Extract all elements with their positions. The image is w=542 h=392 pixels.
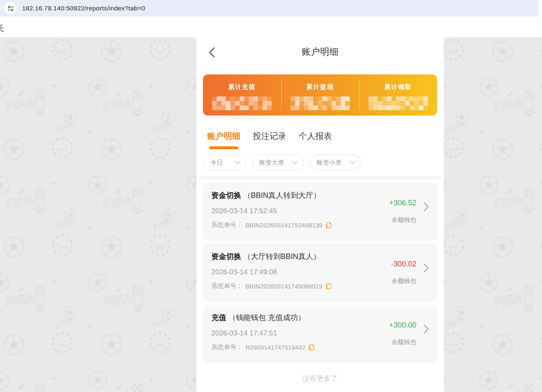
transaction-row[interactable]: 资金切换（BBIN真人转到大厅） 2026-03-14 17:52:45 系统单… <box>203 182 437 241</box>
tab-personal-report[interactable]: 个人报表 <box>299 131 332 142</box>
transaction-row[interactable]: 资金切换（大厅转到BBIN真人） 2026-03-14 17:49:08 系统单… <box>203 244 437 302</box>
chevron-right-icon[interactable] <box>423 324 429 334</box>
transaction-datetime: 2026-03-14 17:49:08 <box>211 268 366 276</box>
stat-total-withdraw: 累计提现 <box>281 74 359 116</box>
browser-url-bar[interactable]: 182.16.78.140:50922/reports/index?tab=0 <box>0 0 539 17</box>
transaction-amount: -300.02 <box>391 260 416 269</box>
filter-label: 账变小类 <box>317 159 342 167</box>
order-number: R2603141747519442 <box>245 344 305 351</box>
transaction-list: 资金切换（BBIN真人转到大厅） 2026-03-14 17:52:45 系统单… <box>196 177 444 392</box>
tabs-and-filters: 账户明细 投注记录 个人报表 今日 账变大类 账变小类 <box>196 116 444 177</box>
page-background: FIFA FIFA 账户明细 <box>0 37 542 392</box>
transaction-type: 资金切换 <box>211 252 241 261</box>
stat-label: 累计领取 <box>384 83 412 91</box>
transaction-order-row: 系统单号：BBIN202603141749066519 <box>211 282 366 290</box>
page-title: 账户明细 <box>196 37 444 67</box>
transaction-detail: （大厅转到BBIN真人） <box>243 252 321 261</box>
transaction-detail: （钱能钱包 充值成功） <box>228 313 305 322</box>
transaction-type: 充值 <box>211 313 226 322</box>
account-detail-panel: 账户明细 累计充值 累计提现 累计领取 账户明细 投注记录 个人报表 <box>196 37 444 392</box>
masked-value <box>290 96 350 110</box>
stat-total-deposit: 累计充值 <box>203 74 281 116</box>
stat-label: 累计充值 <box>228 83 256 91</box>
list-end-text: 没有更多了 <box>203 366 437 392</box>
order-label: 系统单号： <box>211 343 243 351</box>
transaction-amount: +306.52 <box>389 199 416 207</box>
tab-bar: 账户明细 投注记录 个人报表 <box>207 131 433 149</box>
chevron-down-icon <box>292 161 298 165</box>
site-settings-icon[interactable] <box>4 2 17 15</box>
transaction-order-row: 系统单号：BBIN202603141752448139 <box>211 221 366 229</box>
transaction-wallet: 余额钱包 <box>391 216 416 224</box>
masked-value <box>212 96 272 110</box>
clipped-edge-text: 长 <box>0 22 4 34</box>
tab-account-detail[interactable]: 账户明细 <box>207 131 240 149</box>
transaction-title: 充值（钱能钱包 充值成功） <box>211 313 366 323</box>
masked-value <box>369 96 428 110</box>
chevron-right-icon[interactable] <box>423 202 429 212</box>
filter-date-dropdown[interactable]: 今日 <box>204 155 246 170</box>
summary-stats-card: 累计充值 累计提现 累计领取 <box>203 74 437 116</box>
transaction-datetime: 2026-03-14 17:52:45 <box>211 207 366 215</box>
copy-icon[interactable] <box>308 344 314 351</box>
transaction-wallet: 余额钱包 <box>391 338 416 346</box>
stat-total-claim: 累计领取 <box>359 74 437 116</box>
chevron-down-icon <box>235 161 240 165</box>
chevron-right-icon[interactable] <box>423 263 429 273</box>
transaction-amount: +300.00 <box>389 321 416 330</box>
order-label: 系统单号： <box>211 282 243 290</box>
transaction-type: 资金切换 <box>211 191 241 200</box>
transaction-detail: （BBIN真人转到大厅） <box>243 191 321 200</box>
back-button[interactable] <box>208 47 215 58</box>
transaction-datetime: 2026-03-14 17:47:51 <box>211 329 366 338</box>
filter-major-category-dropdown[interactable]: 账变大类 <box>252 155 304 170</box>
transaction-title: 资金切换（大厅转到BBIN真人） <box>211 251 366 261</box>
chevron-down-icon <box>349 161 355 165</box>
filter-minor-category-dropdown[interactable]: 账变小类 <box>310 155 361 170</box>
filter-bar: 今日 账变大类 账变小类 <box>204 155 433 170</box>
copy-icon[interactable] <box>325 222 332 229</box>
transaction-title: 资金切换（BBIN真人转到大厅） <box>211 190 366 200</box>
copy-icon[interactable] <box>325 283 332 290</box>
panel-header: 账户明细 <box>196 37 444 67</box>
transaction-wallet: 余额钱包 <box>391 277 416 285</box>
filter-label: 今日 <box>210 159 223 167</box>
stat-label: 累计提现 <box>307 83 334 91</box>
transaction-row[interactable]: 充值（钱能钱包 充值成功） 2026-03-14 17:47:51 系统单号：R… <box>203 305 437 363</box>
filter-label: 账变大类 <box>259 159 284 167</box>
order-number: BBIN202603141752448139 <box>245 222 322 229</box>
order-label: 系统单号： <box>211 221 243 229</box>
order-number: BBIN202603141749066519 <box>245 283 322 290</box>
top-white-strip: 长 <box>0 17 542 37</box>
url-text[interactable]: 182.16.78.140:50922/reports/index?tab=0 <box>22 5 145 12</box>
tab-bet-records[interactable]: 投注记录 <box>253 131 286 142</box>
transaction-order-row: 系统单号：R2603141747519442 <box>211 343 366 351</box>
